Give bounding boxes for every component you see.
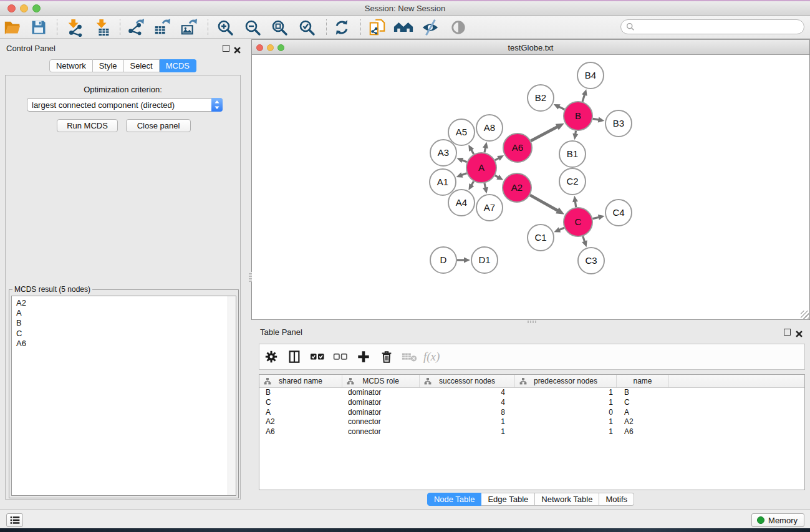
- zoom-fit-button[interactable]: [269, 17, 290, 37]
- zoom-out-button[interactable]: [242, 17, 263, 37]
- tab-edge-table[interactable]: Edge Table: [481, 493, 535, 506]
- table-panel-float-button[interactable]: [784, 329, 791, 336]
- tab-style[interactable]: Style: [93, 59, 124, 72]
- graph-node-B[interactable]: B: [564, 102, 592, 130]
- graph-edge-A-A2[interactable]: [495, 175, 503, 180]
- column-layout-button[interactable]: [282, 347, 306, 366]
- graph-node-C1[interactable]: C1: [528, 225, 554, 251]
- horizontal-split-handle[interactable]: [526, 321, 536, 323]
- cell-shared-name[interactable]: C: [259, 398, 342, 408]
- graph-edge-A-A7[interactable]: [483, 183, 488, 193]
- criterion-dropdown[interactable]: largest connected component (directed): [27, 98, 223, 112]
- tab-network[interactable]: Network: [49, 59, 93, 72]
- mcds-result-list[interactable]: A2ABCA6: [11, 296, 236, 496]
- home-button[interactable]: [393, 17, 414, 37]
- save-session-button[interactable]: [28, 17, 49, 37]
- run-mcds-button[interactable]: Run MCDS: [57, 119, 118, 132]
- control-panel-float-button[interactable]: [223, 45, 229, 52]
- import-table-button[interactable]: [92, 17, 113, 37]
- cell-mcds-role[interactable]: connector: [342, 417, 420, 427]
- cell-successor-nodes[interactable]: 1: [420, 417, 515, 427]
- delete-column-button[interactable]: [375, 347, 398, 366]
- column-header-shared-name[interactable]: shared name: [259, 375, 342, 387]
- refresh-layout-button[interactable]: [331, 17, 352, 37]
- open-session-button[interactable]: [2, 17, 23, 37]
- graph-edge-A-A5[interactable]: [468, 145, 474, 154]
- tab-mcds[interactable]: MCDS: [160, 59, 196, 72]
- add-column-button[interactable]: [352, 347, 375, 366]
- export-network-button[interactable]: [125, 17, 147, 37]
- cell-predecessor-nodes[interactable]: 1: [515, 388, 617, 398]
- graph-edge-B-B2[interactable]: [554, 104, 565, 110]
- select-all-columns-button[interactable]: [306, 347, 329, 366]
- scrollbar-track[interactable]: [228, 296, 236, 495]
- zoom-in-button[interactable]: [215, 17, 236, 37]
- control-panel-close-button[interactable]: [234, 45, 241, 56]
- cell-predecessor-nodes[interactable]: 1: [515, 427, 617, 437]
- cell-successor-nodes[interactable]: 8: [420, 408, 515, 418]
- graph-edge-A2-C[interactable]: [530, 195, 564, 215]
- cell-name[interactable]: A2: [617, 417, 669, 427]
- cell-shared-name[interactable]: A2: [259, 417, 342, 427]
- graph-edge-B-B4[interactable]: [582, 89, 587, 102]
- deselect-all-columns-button[interactable]: [329, 347, 352, 366]
- graph-node-A1[interactable]: A1: [430, 169, 456, 195]
- import-network-button[interactable]: [64, 17, 85, 37]
- graph-node-A4[interactable]: A4: [448, 190, 475, 216]
- graph-edge-A-A4[interactable]: [468, 181, 474, 190]
- network-graph[interactable]: B4B2BB3A5A8A6B1A3AC2A1A2A4A7C4CC1C3DD1: [252, 55, 809, 319]
- function-builder-button[interactable]: f(x): [421, 347, 440, 366]
- clone-network-button[interactable]: [367, 17, 388, 37]
- graph-node-B2[interactable]: B2: [528, 85, 554, 111]
- graph-node-A8[interactable]: A8: [476, 115, 503, 141]
- graph-edge-A-A1[interactable]: [456, 172, 467, 177]
- table-panel-close-button[interactable]: [796, 329, 803, 340]
- column-header-mcds-role[interactable]: MCDS role: [342, 375, 420, 387]
- graph-edge-A-A8[interactable]: [483, 142, 488, 153]
- tab-select[interactable]: Select: [124, 59, 160, 72]
- close-panel-button[interactable]: Close panel: [126, 119, 191, 132]
- window-resize-grip[interactable]: [801, 311, 809, 319]
- graph-node-C3[interactable]: C3: [578, 248, 604, 274]
- graph-edge-C-C1[interactable]: [554, 227, 564, 232]
- graph-node-A7[interactable]: A7: [476, 195, 503, 221]
- list-item[interactable]: A6: [16, 339, 236, 349]
- cell-shared-name[interactable]: A: [259, 408, 342, 418]
- memory-button[interactable]: Memory: [751, 513, 804, 527]
- graph-node-A5[interactable]: A5: [448, 119, 475, 145]
- cell-mcds-role[interactable]: connector: [342, 427, 420, 437]
- cell-successor-nodes[interactable]: 4: [420, 388, 515, 398]
- graph-edge-A6-B[interactable]: [531, 123, 564, 141]
- cell-mcds-role[interactable]: dominator: [342, 388, 420, 398]
- network-window-titlebar[interactable]: testGlobe.txt: [252, 40, 809, 55]
- zoom-selected-button[interactable]: [296, 17, 317, 37]
- graph-node-D1[interactable]: D1: [471, 247, 498, 273]
- show-graphics-details-button[interactable]: [448, 17, 469, 37]
- export-image-button[interactable]: [178, 17, 200, 37]
- cell-name[interactable]: A6: [617, 427, 669, 437]
- graph-edge-B-B3[interactable]: [593, 117, 605, 123]
- cell-successor-nodes[interactable]: 1: [420, 427, 515, 437]
- graph-node-A3[interactable]: A3: [430, 140, 456, 166]
- task-history-button[interactable]: [6, 513, 23, 527]
- cell-predecessor-nodes[interactable]: 1: [515, 398, 617, 408]
- list-item[interactable]: C: [16, 329, 236, 339]
- graph-node-A2[interactable]: A2: [503, 173, 531, 202]
- graph-edge-C-C3[interactable]: [582, 236, 587, 247]
- list-item[interactable]: A2: [16, 298, 236, 308]
- hide-graphics-details-button[interactable]: [420, 17, 441, 37]
- list-item[interactable]: A: [16, 308, 236, 318]
- delete-table-button[interactable]: [398, 347, 421, 366]
- graph-node-A6[interactable]: A6: [503, 133, 532, 162]
- cell-mcds-role[interactable]: dominator: [342, 398, 420, 408]
- graph-edge-D-D1[interactable]: [457, 258, 470, 263]
- table-settings-button[interactable]: [259, 347, 282, 366]
- export-table-button[interactable]: [152, 17, 173, 37]
- tab-node-table[interactable]: Node Table: [427, 493, 482, 506]
- graph-node-C[interactable]: C: [564, 208, 592, 236]
- tab-network-table[interactable]: Network Table: [535, 493, 599, 506]
- column-header-successor-nodes[interactable]: successor nodes: [420, 375, 515, 387]
- network-canvas[interactable]: B4B2BB3A5A8A6B1A3AC2A1A2A4A7C4CC1C3DD1: [252, 55, 809, 319]
- graph-edge-C-C4[interactable]: [592, 215, 604, 220]
- column-header-name[interactable]: name: [617, 375, 669, 387]
